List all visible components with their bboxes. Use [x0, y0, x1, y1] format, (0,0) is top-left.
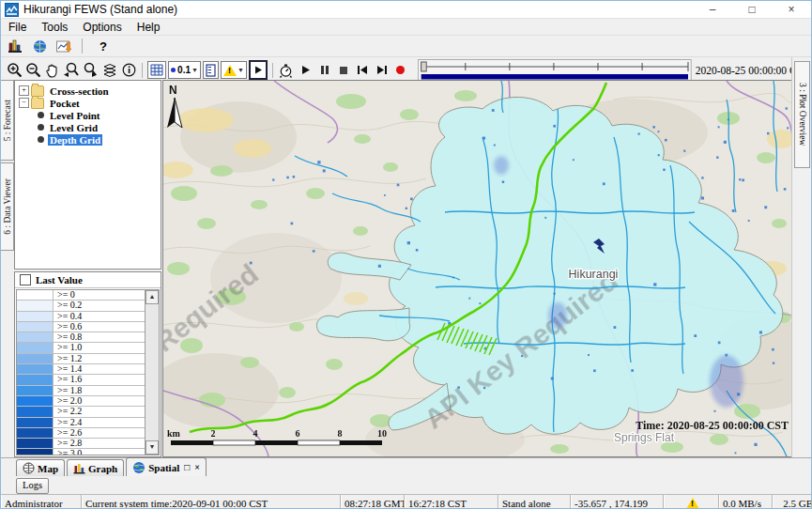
warning-filter-dropdown[interactable]: ▼ — [221, 61, 247, 79]
filter-tree[interactable]: + Cross-section − Pocket Level Point Lev… — [14, 80, 161, 270]
play-icon[interactable] — [296, 61, 314, 79]
menu-tools[interactable]: Tools — [34, 21, 75, 34]
expand-plus-icon[interactable]: + — [19, 85, 29, 96]
globe-icon — [23, 462, 35, 474]
legend-value-label: >= 2.4 — [54, 418, 145, 427]
label-springs-flat: Springs Flat — [614, 431, 675, 444]
tab-graph[interactable]: Graph — [67, 459, 124, 476]
legend-color-swatch — [17, 301, 54, 310]
tab-plot-overview[interactable]: 3 : Plot Overview — [794, 61, 810, 168]
minimize-button[interactable]: – — [693, 2, 732, 18]
status-warning[interactable] — [664, 495, 719, 509]
maximize-button[interactable]: □ — [732, 2, 772, 18]
help-icon[interactable]: ? — [100, 39, 107, 54]
collapse-minus-icon[interactable]: − — [19, 98, 29, 108]
status-speed-text: 0.0 MB/s — [723, 498, 761, 509]
zoom-in-icon[interactable] — [5, 61, 23, 79]
interval-value: 0.1 — [177, 65, 191, 75]
legend-color-swatch — [17, 386, 54, 395]
status-coords-text: -35.657 , 174.199 — [575, 498, 648, 509]
legend-value-label: >= 1.4 — [54, 364, 145, 374]
tree-item-label: Level Point — [48, 110, 101, 121]
stop-icon[interactable] — [334, 61, 353, 79]
chart-import-icon[interactable] — [54, 38, 74, 55]
legend-value-label: >= 1.8 — [54, 386, 145, 395]
label-hikurangi: Hikurangi — [569, 268, 619, 281]
tab-plot-overview-label: 3 : Plot Overview — [798, 83, 807, 146]
profile-tool-icon[interactable] — [203, 61, 219, 79]
scale-tick: 10 — [377, 428, 387, 439]
info-icon[interactable] — [119, 61, 138, 79]
legend-value-label: >= 2.2 — [54, 407, 145, 416]
spatial-map[interactable]: API Key Required API Key Required — [162, 80, 794, 457]
legend-color-swatch — [17, 407, 54, 416]
warning-icon — [223, 65, 237, 76]
status-user-text: Administrator — [5, 498, 63, 509]
bullet-icon — [38, 124, 44, 131]
tree-item-depth-grid[interactable]: Depth Grid — [15, 133, 161, 146]
tree-item-label: Cross-section — [48, 85, 111, 97]
animation-panel-icon[interactable] — [249, 60, 268, 80]
legend-scrollbar[interactable]: ▲ ▼ — [145, 290, 159, 455]
scroll-down-icon[interactable]: ▼ — [146, 440, 159, 455]
tab-map[interactable]: Map — [16, 459, 65, 476]
scroll-up-icon[interactable]: ▲ — [146, 290, 159, 304]
record-icon[interactable] — [391, 61, 410, 79]
close-button[interactable]: × — [772, 2, 811, 18]
logs-button[interactable]: Logs — [16, 478, 49, 494]
status-gmt-text: 08:27:18 GMT — [345, 498, 405, 509]
timeline-thumb[interactable] — [421, 62, 427, 71]
tree-item-level-grid[interactable]: Level Grid — [15, 121, 161, 133]
tab-forecast[interactable]: 5 : Forecast — [1, 80, 14, 161]
tab-close-icon[interactable]: × — [194, 462, 200, 472]
tab-restore-icon[interactable]: □ — [184, 462, 190, 472]
legend-color-swatch — [17, 428, 54, 438]
step-back-icon[interactable] — [353, 61, 372, 79]
legend-color-swatch — [17, 364, 54, 374]
legend-value-label: >= 0.2 — [54, 301, 145, 310]
zoom-out-icon[interactable] — [23, 61, 42, 79]
tab-data-viewer[interactable]: 6 : Data Viewer — [1, 162, 14, 251]
pan-hand-icon[interactable] — [43, 61, 62, 79]
globe-icon[interactable] — [29, 38, 50, 55]
legend-color-swatch — [17, 354, 54, 363]
classification-dropdown[interactable]: 0.1 ▼ — [168, 61, 201, 79]
tab-spatial-label: Spatial — [148, 462, 179, 473]
legend-color-swatch — [17, 290, 54, 300]
status-download-speed: 0.0 MB/s — [719, 495, 773, 509]
timeline-slider[interactable] — [418, 59, 692, 82]
legend-color-swatch — [17, 418, 54, 427]
tab-spatial[interactable]: Spatial □ × — [126, 457, 207, 476]
zoom-next-icon[interactable] — [81, 61, 100, 79]
step-forward-icon[interactable] — [372, 61, 391, 79]
tree-item-level-point[interactable]: Level Point — [15, 109, 161, 121]
grid-toggle-icon[interactable] — [147, 61, 166, 79]
dot-icon — [171, 68, 176, 72]
menu-options[interactable]: Options — [75, 21, 129, 34]
legend-value-label: >= 2.8 — [54, 439, 145, 448]
legend-table: >= 0>= 0.2>= 0.4>= 0.6>= 0.8>= 1.0>= 1.2… — [17, 290, 145, 455]
legend-value-label: >= 1.0 — [54, 343, 145, 352]
timer-icon[interactable] — [277, 61, 296, 79]
legend-color-swatch — [17, 322, 54, 332]
data-viewer-panel: + Cross-section − Pocket Level Point Lev… — [14, 80, 162, 457]
zoom-previous-icon[interactable] — [62, 61, 81, 79]
scale-tick: 4 — [253, 428, 258, 439]
status-gmt-time: 08:27:18 GMT — [341, 495, 405, 509]
scale-tick: 6 — [296, 428, 300, 439]
legend-value-label: >= 0.6 — [54, 322, 145, 332]
status-local-text: 16:27:18 CST — [408, 498, 467, 509]
menu-help[interactable]: Help — [130, 21, 168, 34]
legend-value-label: >= 2.0 — [54, 396, 145, 406]
layers-icon[interactable] — [100, 61, 119, 79]
tree-item-pocket[interactable]: − Pocket — [15, 97, 161, 109]
last-value-checkbox[interactable] — [20, 274, 31, 285]
pause-icon[interactable] — [314, 61, 333, 79]
bottom-tab-bar: Map Graph Spatial □ × — [1, 457, 812, 476]
menu-file[interactable]: File — [1, 21, 34, 34]
warning-icon — [686, 498, 699, 509]
database-viewer-icon[interactable] — [5, 38, 25, 55]
north-label: N — [169, 84, 177, 97]
app-logo-icon — [5, 3, 19, 17]
status-coordinates: -35.657 , 174.199 — [571, 495, 664, 509]
